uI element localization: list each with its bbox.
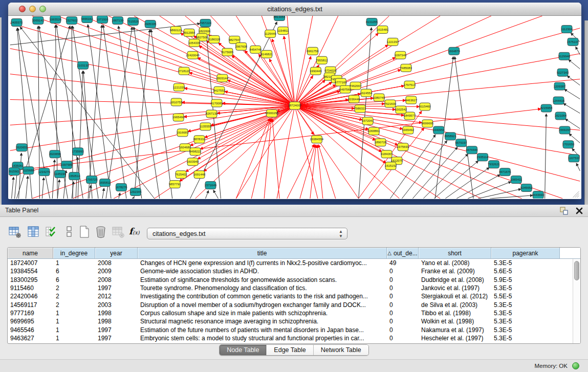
graph-node[interactable]: 2620651 <box>16 144 28 151</box>
graph-node[interactable]: 3069141 <box>32 16 45 24</box>
close-panel-icon[interactable] <box>575 206 584 215</box>
right-panel-edge[interactable] <box>584 20 588 205</box>
graph-node[interactable]: 1795725 <box>85 176 98 184</box>
graph-node[interactable]: 1234276 <box>38 168 51 176</box>
graph-node[interactable]: 1350514 <box>69 172 81 180</box>
graph-node[interactable]: 1965490 <box>172 114 185 121</box>
graph-node[interactable]: 1965492 <box>402 126 415 134</box>
graph-node[interactable]: 1221339 <box>173 83 185 91</box>
graph-node[interactable]: 22420046 <box>186 51 200 59</box>
graph-node[interactable]: 8454749 <box>250 46 262 53</box>
graph-node[interactable]: 1615152 <box>385 162 397 170</box>
graph-node[interactable]: 9699695 <box>422 120 434 127</box>
graph-node[interactable]: 2967608 <box>235 42 248 50</box>
graph-node[interactable]: 2935114 <box>477 154 489 161</box>
table-row[interactable]: 946554611997Estimation of the future num… <box>8 325 580 334</box>
column-header-short[interactable]: short <box>419 248 491 258</box>
function-builder-button[interactable]: f(x) <box>129 226 144 239</box>
graph-node[interactable]: 1097589 <box>61 161 73 169</box>
table-row[interactable]: 969969511998Structural magnetic resonanc… <box>8 317 580 325</box>
table-row[interactable]: 1872400712008Changes of HCN gene express… <box>8 259 580 267</box>
graph-node[interactable]: 8186328 <box>208 35 221 43</box>
graph-node[interactable]: 8215958 <box>540 104 553 112</box>
table-settings-button[interactable] <box>8 225 21 238</box>
table-row[interactable]: 911546021997Tourette syndrome. Phenomeno… <box>8 284 580 292</box>
network-window[interactable]: citations_edges.txt 24055733069141106552… <box>8 3 581 199</box>
graph-node[interactable]: 1167533 <box>568 155 580 162</box>
graph-node[interactable]: 1695811 <box>99 179 111 187</box>
graph-node[interactable]: 6961758 <box>307 47 319 55</box>
graph-node[interactable]: 8498222 <box>189 148 202 156</box>
graph-node[interactable]: 2020658 <box>49 150 61 158</box>
table-selector-dropdown[interactable]: citations_edges.txt ▲▼ <box>147 228 347 239</box>
graph-node[interactable]: 2718120 <box>178 67 190 75</box>
graph-node[interactable]: 3915901 <box>9 168 20 176</box>
graph-node[interactable]: 9227343 <box>557 69 569 76</box>
node-table[interactable]: namein_degreeyeartitle△out_de...shortpag… <box>7 247 581 344</box>
delete-entries-button[interactable] <box>94 225 107 238</box>
table-row[interactable]: 977716911998Corpus callosum shape and si… <box>8 309 580 317</box>
vertical-scrollbar[interactable] <box>573 259 580 343</box>
graph-node[interactable]: 2405573 <box>11 18 23 26</box>
graph-node[interactable]: 9474444 <box>466 146 478 154</box>
graph-node[interactable]: 9184067 <box>381 150 393 158</box>
graph-node[interactable]: 1154811 <box>277 27 289 34</box>
graph-node[interactable]: 8813054 <box>273 16 286 20</box>
graph-node[interactable]: 1097349 <box>395 51 407 59</box>
graph-node[interactable]: 1571649 <box>205 182 217 189</box>
table-row[interactable]: 946362711997Embryonic stem cells: a mode… <box>8 334 580 342</box>
graph-node[interactable]: 1916683 <box>177 129 189 137</box>
graph-node[interactable]: 1624554 <box>360 89 373 97</box>
show-columns-button[interactable] <box>27 225 40 238</box>
graph-node[interactable]: 7621600 <box>384 100 397 107</box>
graph-node[interactable]: 1975693 <box>397 143 409 151</box>
graph-node[interactable]: 1145194 <box>54 170 66 178</box>
graph-node[interactable]: 7986322 <box>354 105 366 113</box>
graph-node[interactable]: 9146821 <box>261 50 273 58</box>
graph-node[interactable]: 1810755 <box>170 98 183 106</box>
table-row[interactable]: 1938455462009Genome-wide association stu… <box>8 267 580 275</box>
graph-node[interactable]: 2036446 <box>348 95 360 103</box>
column-header-in-degree[interactable]: in_degree <box>53 248 95 258</box>
left-panel-edge[interactable] <box>0 17 2 205</box>
graph-node[interactable]: 9777169 <box>335 78 347 86</box>
graph-node[interactable]: 8878332 <box>193 136 206 143</box>
create-table-button[interactable] <box>78 225 91 238</box>
network-window-titlebar[interactable]: citations_edges.txt <box>8 3 581 16</box>
graph-node[interactable]: 8267130 <box>206 110 218 118</box>
graph-node[interactable]: 7955812 <box>316 56 328 64</box>
graph-node[interactable]: 1701650 <box>562 141 575 148</box>
graph-node[interactable]: 1603949 <box>187 158 199 166</box>
row-options-button[interactable] <box>62 225 76 238</box>
graph-node[interactable]: 8912954 <box>183 29 195 36</box>
destroy-table-button[interactable] <box>112 225 125 238</box>
graph-node[interactable]: 8131055 <box>366 18 378 26</box>
graph-node[interactable]: 1735993 <box>72 148 84 156</box>
column-header-pagerank[interactable]: pagerank <box>491 248 560 258</box>
graph-node[interactable]: 9860123 <box>170 26 182 34</box>
graph-node[interactable]: 1678276 <box>115 184 127 191</box>
graph-node[interactable]: 1621064 <box>555 112 567 120</box>
graph-node[interactable]: 1065411 <box>510 176 522 184</box>
graph-node[interactable]: 6679197 <box>455 139 467 147</box>
graph-node[interactable]: 1068861 <box>368 127 380 135</box>
graph-node[interactable]: 1527602 <box>66 16 78 24</box>
graph-node[interactable]: 1569297 <box>559 126 571 134</box>
graph-node[interactable]: 1115688 <box>23 167 34 174</box>
table-row[interactable]: 1830029562008Estimation of significance … <box>8 276 580 284</box>
graph-node[interactable]: 9466162 <box>81 16 94 23</box>
graph-node[interactable]: 2803144 <box>216 74 229 82</box>
tab-edge-table[interactable]: Edge Table <box>267 345 313 355</box>
graph-node[interactable]: 1125449 <box>265 30 276 37</box>
graph-node[interactable]: 1292345 <box>129 188 142 196</box>
network-canvas[interactable]: 2405573306914110655261527602946616210719… <box>9 16 581 199</box>
tab-network-table[interactable]: Network Table <box>314 345 368 355</box>
graph-node[interactable]: 1065526 <box>50 16 62 23</box>
graph-node[interactable]: 1797513 <box>404 81 416 89</box>
graph-node[interactable]: 8471676 <box>499 168 511 176</box>
column-header-name[interactable]: name <box>8 248 53 258</box>
tab-node-table[interactable]: Node Table <box>220 345 267 355</box>
graph-node[interactable]: 8427552 <box>213 86 226 94</box>
graph-node[interactable]: 9129946 <box>558 52 571 60</box>
graph-node[interactable]: 9115460 <box>419 103 431 111</box>
